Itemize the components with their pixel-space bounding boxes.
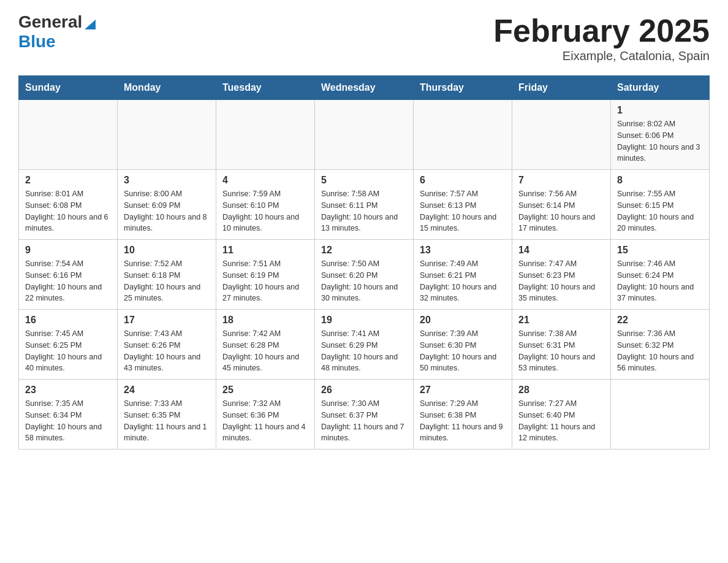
title-block: February 2025 Eixample, Catalonia, Spain <box>493 12 710 63</box>
day-number: 22 <box>617 315 703 326</box>
calendar-week-4: 23Sunrise: 7:35 AM Sunset: 6:34 PM Dayli… <box>19 380 710 450</box>
day-info: Sunrise: 7:56 AM Sunset: 6:14 PM Dayligh… <box>518 188 604 234</box>
calendar-cell: 12Sunrise: 7:50 AM Sunset: 6:20 PM Dayli… <box>315 240 414 310</box>
calendar-table: SundayMondayTuesdayWednesdayThursdayFrid… <box>18 75 710 450</box>
calendar-cell <box>414 100 512 170</box>
calendar-cell: 21Sunrise: 7:38 AM Sunset: 6:31 PM Dayli… <box>512 310 611 380</box>
calendar-cell: 4Sunrise: 7:59 AM Sunset: 6:10 PM Daylig… <box>216 170 315 240</box>
day-number: 6 <box>420 175 506 186</box>
logo-blue-text: Blue <box>18 32 97 52</box>
day-info: Sunrise: 8:01 AM Sunset: 6:08 PM Dayligh… <box>25 188 111 234</box>
day-number: 20 <box>420 315 506 326</box>
calendar-cell: 5Sunrise: 7:58 AM Sunset: 6:11 PM Daylig… <box>315 170 414 240</box>
day-number: 12 <box>321 245 407 256</box>
day-number: 2 <box>25 175 111 186</box>
calendar-cell: 13Sunrise: 7:49 AM Sunset: 6:21 PM Dayli… <box>414 240 512 310</box>
svg-marker-0 <box>85 20 96 29</box>
calendar-cell: 18Sunrise: 7:42 AM Sunset: 6:28 PM Dayli… <box>216 310 315 380</box>
day-info: Sunrise: 7:36 AM Sunset: 6:32 PM Dayligh… <box>617 328 703 374</box>
day-number: 10 <box>124 245 210 256</box>
calendar-cell: 20Sunrise: 7:39 AM Sunset: 6:30 PM Dayli… <box>414 310 512 380</box>
day-number: 14 <box>518 245 604 256</box>
day-info: Sunrise: 7:45 AM Sunset: 6:25 PM Dayligh… <box>25 328 111 374</box>
day-number: 17 <box>124 315 210 326</box>
day-info: Sunrise: 7:27 AM Sunset: 6:40 PM Dayligh… <box>518 398 604 444</box>
calendar-cell: 19Sunrise: 7:41 AM Sunset: 6:29 PM Dayli… <box>315 310 414 380</box>
page-subtitle: Eixample, Catalonia, Spain <box>493 49 710 63</box>
day-info: Sunrise: 7:32 AM Sunset: 6:36 PM Dayligh… <box>222 398 308 444</box>
calendar-week-0: 1Sunrise: 8:02 AM Sunset: 6:06 PM Daylig… <box>19 100 710 170</box>
day-number: 18 <box>222 315 308 326</box>
calendar-cell: 1Sunrise: 8:02 AM Sunset: 6:06 PM Daylig… <box>611 100 710 170</box>
day-info: Sunrise: 7:35 AM Sunset: 6:34 PM Dayligh… <box>25 398 111 444</box>
logo-triangle-icon <box>83 17 97 31</box>
calendar-cell: 27Sunrise: 7:29 AM Sunset: 6:38 PM Dayli… <box>414 380 512 450</box>
day-number: 13 <box>420 245 506 256</box>
calendar-cell: 11Sunrise: 7:51 AM Sunset: 6:19 PM Dayli… <box>216 240 315 310</box>
day-info: Sunrise: 7:50 AM Sunset: 6:20 PM Dayligh… <box>321 258 407 304</box>
day-info: Sunrise: 7:58 AM Sunset: 6:11 PM Dayligh… <box>321 188 407 234</box>
day-number: 5 <box>321 175 407 186</box>
day-info: Sunrise: 7:51 AM Sunset: 6:19 PM Dayligh… <box>222 258 308 304</box>
day-number: 8 <box>617 175 703 186</box>
day-number: 24 <box>124 385 210 396</box>
day-info: Sunrise: 7:55 AM Sunset: 6:15 PM Dayligh… <box>617 188 703 234</box>
page-title: February 2025 <box>493 12 710 49</box>
day-number: 23 <box>25 385 111 396</box>
day-info: Sunrise: 7:46 AM Sunset: 6:24 PM Dayligh… <box>617 258 703 304</box>
calendar-cell <box>216 100 315 170</box>
header-friday: Friday <box>512 76 611 100</box>
calendar-week-3: 16Sunrise: 7:45 AM Sunset: 6:25 PM Dayli… <box>19 310 710 380</box>
calendar-cell: 23Sunrise: 7:35 AM Sunset: 6:34 PM Dayli… <box>19 380 118 450</box>
calendar-cell: 10Sunrise: 7:52 AM Sunset: 6:18 PM Dayli… <box>118 240 216 310</box>
calendar-cell: 3Sunrise: 8:00 AM Sunset: 6:09 PM Daylig… <box>118 170 216 240</box>
day-number: 1 <box>617 105 703 116</box>
header-monday: Monday <box>118 76 216 100</box>
day-info: Sunrise: 7:29 AM Sunset: 6:38 PM Dayligh… <box>420 398 506 444</box>
day-number: 26 <box>321 385 407 396</box>
day-number: 7 <box>518 175 604 186</box>
header-sunday: Sunday <box>19 76 118 100</box>
calendar-cell: 9Sunrise: 7:54 AM Sunset: 6:16 PM Daylig… <box>19 240 118 310</box>
header-saturday: Saturday <box>611 76 710 100</box>
header-wednesday: Wednesday <box>315 76 414 100</box>
calendar-cell: 22Sunrise: 7:36 AM Sunset: 6:32 PM Dayli… <box>611 310 710 380</box>
day-number: 21 <box>518 315 604 326</box>
calendar-cell: 17Sunrise: 7:43 AM Sunset: 6:26 PM Dayli… <box>118 310 216 380</box>
calendar-cell: 24Sunrise: 7:33 AM Sunset: 6:35 PM Dayli… <box>118 380 216 450</box>
day-info: Sunrise: 7:38 AM Sunset: 6:31 PM Dayligh… <box>518 328 604 374</box>
calendar-cell: 25Sunrise: 7:32 AM Sunset: 6:36 PM Dayli… <box>216 380 315 450</box>
day-info: Sunrise: 7:49 AM Sunset: 6:21 PM Dayligh… <box>420 258 506 304</box>
day-info: Sunrise: 7:39 AM Sunset: 6:30 PM Dayligh… <box>420 328 506 374</box>
calendar-cell: 2Sunrise: 8:01 AM Sunset: 6:08 PM Daylig… <box>19 170 118 240</box>
header-thursday: Thursday <box>414 76 512 100</box>
calendar-cell: 15Sunrise: 7:46 AM Sunset: 6:24 PM Dayli… <box>611 240 710 310</box>
day-number: 25 <box>222 385 308 396</box>
day-number: 28 <box>518 385 604 396</box>
calendar-week-1: 2Sunrise: 8:01 AM Sunset: 6:08 PM Daylig… <box>19 170 710 240</box>
calendar-cell <box>611 380 710 450</box>
day-info: Sunrise: 7:52 AM Sunset: 6:18 PM Dayligh… <box>124 258 210 304</box>
calendar-header-row: SundayMondayTuesdayWednesdayThursdayFrid… <box>19 76 710 100</box>
calendar-cell <box>315 100 414 170</box>
calendar-week-2: 9Sunrise: 7:54 AM Sunset: 6:16 PM Daylig… <box>19 240 710 310</box>
day-number: 15 <box>617 245 703 256</box>
day-info: Sunrise: 7:33 AM Sunset: 6:35 PM Dayligh… <box>124 398 210 444</box>
day-number: 19 <box>321 315 407 326</box>
header-tuesday: Tuesday <box>216 76 315 100</box>
day-number: 27 <box>420 385 506 396</box>
logo: General Blue <box>18 12 97 52</box>
calendar-cell: 6Sunrise: 7:57 AM Sunset: 6:13 PM Daylig… <box>414 170 512 240</box>
day-info: Sunrise: 7:42 AM Sunset: 6:28 PM Dayligh… <box>222 328 308 374</box>
day-number: 4 <box>222 175 308 186</box>
day-number: 16 <box>25 315 111 326</box>
day-info: Sunrise: 7:43 AM Sunset: 6:26 PM Dayligh… <box>124 328 210 374</box>
day-info: Sunrise: 8:00 AM Sunset: 6:09 PM Dayligh… <box>124 188 210 234</box>
day-number: 3 <box>124 175 210 186</box>
calendar-cell: 7Sunrise: 7:56 AM Sunset: 6:14 PM Daylig… <box>512 170 611 240</box>
calendar-cell: 16Sunrise: 7:45 AM Sunset: 6:25 PM Dayli… <box>19 310 118 380</box>
day-number: 11 <box>222 245 308 256</box>
day-info: Sunrise: 7:57 AM Sunset: 6:13 PM Dayligh… <box>420 188 506 234</box>
day-info: Sunrise: 7:59 AM Sunset: 6:10 PM Dayligh… <box>222 188 308 234</box>
calendar-cell <box>512 100 611 170</box>
